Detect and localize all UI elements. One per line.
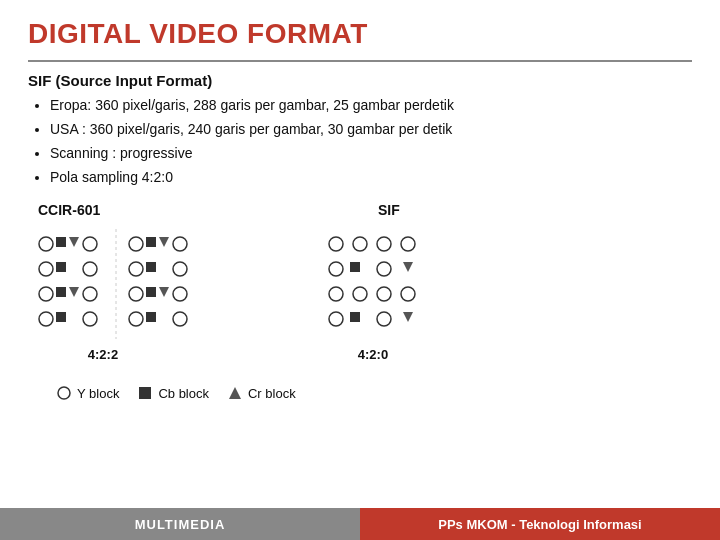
- page-title: DIGITAL VIDEO FORMAT: [28, 18, 692, 50]
- svg-marker-49: [229, 387, 241, 399]
- bullet-4: Pola sampling 4:2:0: [50, 167, 692, 188]
- svg-rect-35: [350, 262, 360, 272]
- svg-marker-45: [403, 312, 413, 322]
- svg-marker-37: [403, 262, 413, 272]
- diagrams-area: CCIR-601: [28, 202, 692, 379]
- svg-point-30: [329, 237, 343, 251]
- legend-row: Y block Cb block Cr block: [56, 385, 692, 401]
- svg-point-41: [401, 287, 415, 301]
- svg-point-3: [83, 237, 97, 251]
- bullet-2: USA : 360 pixel/garis, 240 garis per gam…: [50, 119, 692, 140]
- svg-text:4:2:0: 4:2:0: [358, 347, 388, 362]
- legend-y: Y block: [56, 385, 119, 401]
- svg-marker-24: [159, 287, 169, 297]
- y-circle-icon: [56, 385, 72, 401]
- svg-point-4: [39, 262, 53, 276]
- svg-point-38: [329, 287, 343, 301]
- footer-right: PPs MKOM - Teknologi Informasi: [360, 508, 720, 540]
- svg-point-34: [329, 262, 343, 276]
- svg-point-15: [129, 237, 143, 251]
- divider: [28, 60, 692, 62]
- bullet-list: Eropa: 360 pixel/garis, 288 garis per ga…: [50, 95, 692, 188]
- svg-rect-48: [139, 387, 151, 399]
- svg-rect-8: [56, 287, 66, 297]
- svg-point-19: [129, 262, 143, 276]
- svg-rect-16: [146, 237, 156, 247]
- cr-block-label: Cr block: [248, 386, 296, 401]
- legend-cr: Cr block: [227, 385, 296, 401]
- svg-point-33: [401, 237, 415, 251]
- svg-point-10: [83, 287, 97, 301]
- ccir-diagram: CCIR-601: [28, 202, 298, 379]
- svg-text:4:2:2: 4:2:2: [88, 347, 118, 362]
- svg-rect-1: [56, 237, 66, 247]
- legend-cb: Cb block: [137, 385, 209, 401]
- footer: MULTIMEDIA PPs MKOM - Teknologi Informas…: [0, 508, 720, 540]
- svg-point-11: [39, 312, 53, 326]
- ccir-grid: 4:2:2: [28, 224, 298, 379]
- svg-marker-17: [159, 237, 169, 247]
- svg-point-44: [377, 312, 391, 326]
- svg-point-22: [129, 287, 143, 301]
- svg-rect-12: [56, 312, 66, 322]
- cb-block-label: Cb block: [158, 386, 209, 401]
- svg-point-25: [173, 287, 187, 301]
- svg-point-47: [58, 387, 70, 399]
- svg-point-7: [39, 287, 53, 301]
- svg-marker-2: [69, 237, 79, 247]
- section-subtitle: SIF (Source Input Format): [28, 72, 692, 89]
- svg-rect-27: [146, 312, 156, 322]
- svg-marker-9: [69, 287, 79, 297]
- svg-point-31: [353, 237, 367, 251]
- sif-label: SIF: [378, 202, 400, 218]
- svg-point-18: [173, 237, 187, 251]
- bullet-3: Scanning : progressive: [50, 143, 692, 164]
- svg-rect-43: [350, 312, 360, 322]
- cr-triangle-icon: [227, 385, 243, 401]
- svg-point-6: [83, 262, 97, 276]
- y-block-label: Y block: [77, 386, 119, 401]
- svg-point-32: [377, 237, 391, 251]
- cb-square-icon: [137, 385, 153, 401]
- svg-point-0: [39, 237, 53, 251]
- svg-point-40: [377, 287, 391, 301]
- svg-point-42: [329, 312, 343, 326]
- svg-rect-5: [56, 262, 66, 272]
- sif-diagram: SIF: [318, 202, 588, 379]
- bullet-1: Eropa: 360 pixel/garis, 288 garis per ga…: [50, 95, 692, 116]
- svg-rect-23: [146, 287, 156, 297]
- svg-point-39: [353, 287, 367, 301]
- svg-point-28: [173, 312, 187, 326]
- svg-point-36: [377, 262, 391, 276]
- svg-rect-20: [146, 262, 156, 272]
- ccir-label: CCIR-601: [38, 202, 100, 218]
- footer-left: MULTIMEDIA: [0, 508, 360, 540]
- svg-point-13: [83, 312, 97, 326]
- svg-point-21: [173, 262, 187, 276]
- page: DIGITAL VIDEO FORMAT SIF (Source Input F…: [0, 0, 720, 540]
- sif-grid: 4:2:0: [318, 224, 588, 379]
- svg-point-26: [129, 312, 143, 326]
